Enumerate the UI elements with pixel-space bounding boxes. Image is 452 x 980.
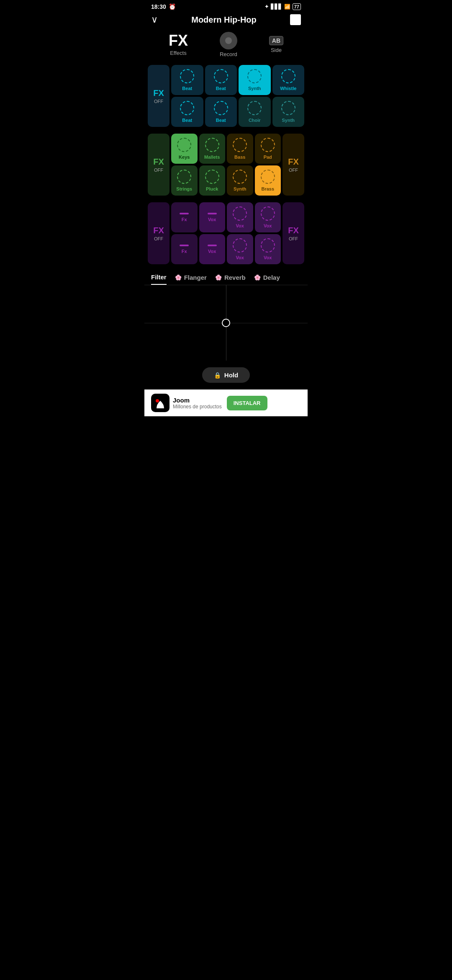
pad-label-synth-gold: Synth — [234, 186, 247, 191]
purple-fx-side-right[interactable]: FX OFF — [282, 202, 304, 264]
gold-fx-off: OFF — [289, 168, 298, 173]
pad-icon — [177, 138, 191, 152]
pad-keys-active[interactable]: Keys — [171, 134, 198, 164]
pad-dash-icon — [208, 245, 217, 246]
blue-pads-grid: Beat Beat Synth Whistle Beat Beat — [171, 65, 304, 127]
pad-label-synth2: Synth — [282, 118, 295, 123]
pad-fx-1[interactable]: Fx — [171, 202, 198, 232]
blue-fx-label: FX — [153, 88, 164, 98]
pad-dash-icon — [208, 213, 217, 214]
purple-fx-side[interactable]: FX OFF — [148, 202, 170, 264]
lock-icon: 🔒 — [214, 372, 221, 379]
joom-logo-svg — [154, 397, 167, 409]
pad-icon — [180, 69, 194, 83]
hold-label: Hold — [224, 371, 238, 379]
pad-vox-2[interactable]: Vox — [227, 202, 253, 232]
side-button[interactable]: AB Side — [269, 36, 283, 53]
pad-icon — [177, 170, 191, 184]
green-gold-pad-section: FX OFF Keys Mallets Bass Pad — [144, 132, 308, 199]
pad-synth-gold[interactable]: Synth — [227, 165, 253, 196]
hold-button[interactable]: 🔒 Hold — [202, 367, 250, 383]
pad-beat-3[interactable]: Beat — [171, 97, 203, 127]
pad-icon — [233, 138, 247, 152]
pad-label-beat2: Beat — [216, 86, 226, 91]
pad-label-vox4: Vox — [208, 249, 216, 254]
tab-flanger[interactable]: 🌸 Flanger — [175, 274, 207, 284]
reverb-icon: 🌸 — [215, 274, 222, 281]
pad-pluck[interactable]: Pluck — [199, 165, 226, 196]
pad-label-synth1: Synth — [248, 86, 261, 91]
pad-icon — [247, 69, 262, 83]
pad-brass-active[interactable]: Brass — [255, 165, 281, 196]
svg-point-0 — [156, 399, 159, 402]
blue-fx-off: OFF — [154, 99, 163, 104]
pad-whistle[interactable]: Whistle — [272, 65, 305, 95]
page-title: Modern Hip-Hop — [191, 15, 257, 25]
record-label: Record — [220, 51, 237, 57]
fx-tab-bar: Filter 🌸 Flanger 🌸 Reverb 🌸 Delay — [144, 269, 308, 285]
record-button[interactable]: Record — [220, 32, 237, 57]
filter-visualizer[interactable] — [144, 285, 308, 361]
tab-reverb[interactable]: 🌸 Reverb — [215, 274, 246, 284]
pad-vox-4[interactable]: Vox — [199, 234, 226, 264]
reverb-tab-label: Reverb — [224, 274, 246, 281]
wifi-icon: 📶 — [284, 4, 290, 10]
pad-pad[interactable]: Pad — [255, 134, 281, 164]
pad-label-fx1: Fx — [182, 217, 187, 222]
pad-vox-6[interactable]: Vox — [255, 234, 281, 264]
ad-text-content: Joom Millones de productos — [173, 397, 222, 410]
header: ∨ Modern Hip-Hop — [144, 12, 308, 30]
tab-filter[interactable]: Filter — [151, 273, 167, 285]
filter-tab-label: Filter — [151, 273, 167, 281]
blue-pad-section: FX OFF Beat Beat Synth Whistle — [144, 63, 308, 130]
signal-icon: ▋▋▋ — [271, 4, 282, 10]
pad-vox-1[interactable]: Vox — [199, 202, 226, 232]
pad-label-beat3: Beat — [182, 118, 192, 123]
pad-icon — [180, 101, 194, 115]
side-label: Side — [271, 47, 282, 53]
pad-icon — [205, 138, 219, 152]
pad-icon — [261, 170, 275, 184]
pad-label-choir: Choir — [249, 118, 261, 123]
pad-label-mallets: Mallets — [204, 155, 220, 160]
pad-icon — [233, 206, 247, 221]
filter-knob[interactable] — [222, 319, 230, 327]
pad-beat-4[interactable]: Beat — [205, 97, 237, 127]
pad-vox-3[interactable]: Vox — [255, 202, 281, 232]
pad-strings[interactable]: Strings — [171, 165, 198, 196]
tab-delay[interactable]: 🌸 Delay — [254, 274, 280, 284]
battery-indicator: 77 — [293, 3, 301, 10]
fx-effects-button[interactable]: FX Effects — [169, 33, 188, 56]
ad-left-content: Joom Millones de productos — [151, 394, 222, 412]
blue-fx-side-top[interactable]: FX OFF — [148, 65, 170, 127]
ad-install-button[interactable]: INSTALAR — [227, 396, 267, 410]
flanger-icon: 🌸 — [175, 274, 182, 281]
back-chevron[interactable]: ∨ — [151, 14, 158, 25]
pad-choir[interactable]: Choir — [239, 97, 271, 127]
pad-icon — [214, 101, 228, 115]
effects-label: Effects — [170, 50, 187, 56]
pad-mallets[interactable]: Mallets — [199, 134, 226, 164]
stop-button[interactable] — [290, 14, 301, 25]
purple-fx-label-right: FX — [288, 226, 299, 235]
ad-logo — [151, 394, 170, 412]
pad-label-bass: Bass — [234, 155, 245, 160]
pad-icon — [247, 101, 262, 115]
pad-label-beat4: Beat — [216, 118, 226, 123]
pad-synth-active[interactable]: Synth — [239, 65, 271, 95]
pad-icon — [261, 138, 275, 152]
pad-bass[interactable]: Bass — [227, 134, 253, 164]
green-fx-off: OFF — [154, 168, 163, 173]
pad-beat-2[interactable]: Beat — [205, 65, 237, 95]
pad-beat-1[interactable]: Beat — [171, 65, 203, 95]
gold-fx-side[interactable]: FX OFF — [282, 134, 304, 196]
pad-synth-2[interactable]: Synth — [272, 97, 305, 127]
fx-label: FX — [169, 33, 188, 48]
pad-icon — [261, 206, 275, 221]
pad-dash-icon — [180, 213, 189, 214]
bluetooth-icon: ✦ — [265, 4, 269, 10]
green-fx-label: FX — [153, 157, 164, 167]
pad-vox-5[interactable]: Vox — [227, 234, 253, 264]
pad-fx-2[interactable]: Fx — [171, 234, 198, 264]
green-fx-side[interactable]: FX OFF — [148, 134, 170, 196]
